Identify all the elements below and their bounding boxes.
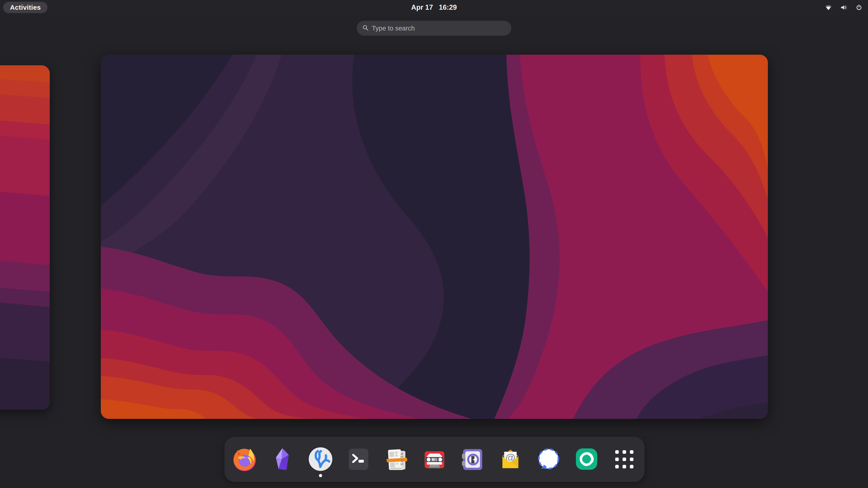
wallpaper-art [101, 55, 768, 419]
search-input[interactable]: Type to search [357, 21, 511, 36]
newsflash-label: NEWS [400, 453, 404, 466]
wifi-icon[interactable] [825, 4, 832, 11]
newsflash-icon[interactable]: NEWS [383, 446, 410, 473]
wallpaper-left-crop [0, 65, 50, 410]
app-grid-button[interactable] [611, 446, 638, 473]
clock-time: 16:29 [439, 3, 457, 11]
coral-app-icon[interactable] [307, 446, 334, 473]
signal-icon[interactable] [535, 446, 562, 473]
clock-date: Apr 17 [411, 3, 433, 11]
volume-icon[interactable] [840, 4, 848, 10]
firefox-icon[interactable] [231, 446, 258, 473]
workspace-preview-left[interactable] [0, 65, 50, 410]
running-app-indicator [319, 474, 322, 477]
terminal-icon[interactable] [345, 446, 372, 473]
obsidian-icon[interactable] [269, 446, 296, 473]
system-tray[interactable] [825, 0, 862, 15]
secrets-safe-icon[interactable] [459, 446, 486, 473]
search-placeholder: Type to search [372, 25, 415, 32]
power-icon[interactable] [856, 4, 862, 11]
element-icon[interactable] [573, 446, 600, 473]
dash-dock: NEWS [224, 437, 645, 482]
top-bar: Activities Apr 17 16:29 [0, 0, 868, 15]
gnome-overview-screen: Activities Apr 17 16:29 [0, 0, 868, 488]
clock-button[interactable]: Apr 17 16:29 [0, 0, 868, 15]
cassette-icon[interactable] [421, 446, 448, 473]
geary-mail-icon[interactable]: @ [497, 446, 524, 473]
workspace-preview-main[interactable] [101, 55, 768, 419]
search-icon [362, 24, 369, 32]
